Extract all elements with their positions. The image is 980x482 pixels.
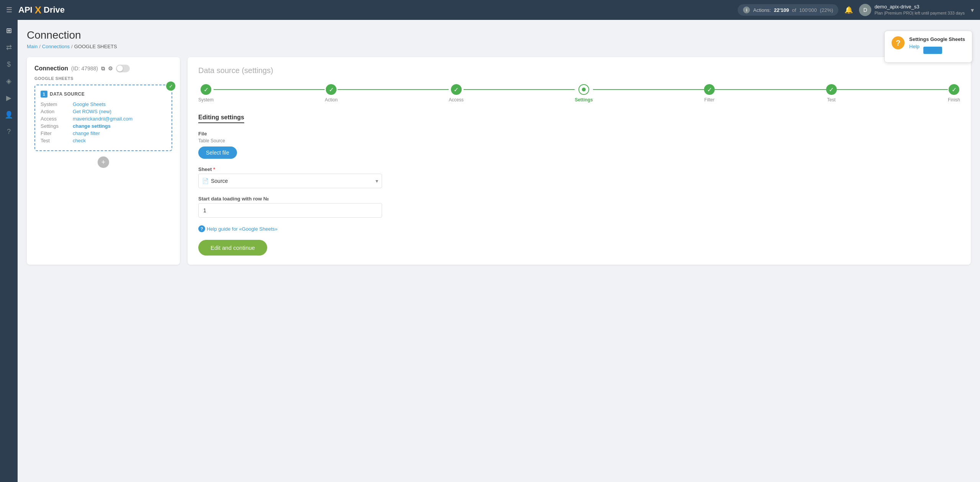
ds-system-label: System xyxy=(41,101,71,107)
user-plan: Plan |Premium PRO| left until payment 33… xyxy=(874,10,965,16)
actions-of-text: of xyxy=(792,7,796,13)
step-settings-label: Settings xyxy=(575,97,593,103)
ds-settings-label: Settings xyxy=(41,123,71,129)
left-panel: Connection (ID: 47988) ⧉ ⚙ GOOGLE SHEETS… xyxy=(27,57,180,265)
ds-row-test: Test check xyxy=(41,138,166,143)
ds-settings-value[interactable]: change settings xyxy=(73,123,166,129)
ds-test-value[interactable]: check xyxy=(73,138,166,143)
datasource-card: ✓ 1 DATA SOURCE System Google Sheets Act… xyxy=(34,85,172,151)
connection-header: Connection (ID: 47988) ⧉ ⚙ xyxy=(34,65,172,72)
datasource-number: 1 xyxy=(41,91,47,98)
ds-row-filter: Filter change filter xyxy=(41,130,166,136)
breadcrumb-main[interactable]: Main xyxy=(27,44,38,49)
bell-icon[interactable]: 🔔 xyxy=(844,6,853,14)
sidebar-item-account[interactable]: 👤 xyxy=(2,108,16,122)
logo-x-text: X xyxy=(35,4,41,16)
user-chevron-icon: ▾ xyxy=(971,7,974,14)
ds-access-value[interactable]: maverickandrii@gmail.com xyxy=(73,116,166,122)
step-settings-circle xyxy=(578,84,589,95)
ds-filter-label: Filter xyxy=(41,130,71,136)
ds-access-label: Access xyxy=(41,116,71,122)
step-finish: ✓ Finish xyxy=(948,84,960,103)
step-filter-label: Filter xyxy=(704,97,715,103)
datasource-label: DATA SOURCE xyxy=(50,91,85,97)
help-link-text: Help guide for «Google Sheets» xyxy=(207,226,278,232)
sidebar-item-tasks[interactable]: ◈ xyxy=(2,74,16,88)
page-title: Connection xyxy=(27,29,971,41)
sheet-field-group: Sheet * 📄 Source ▾ xyxy=(198,166,960,188)
row-field-group: Start data loading with row № xyxy=(198,196,960,218)
datasource-check-icon: ✓ xyxy=(166,81,175,91)
sidebar-item-connections[interactable]: ⇄ xyxy=(2,41,16,54)
step-action: ✓ Action xyxy=(325,84,337,103)
breadcrumb-sep1: / xyxy=(39,44,41,49)
sheet-select[interactable]: Source xyxy=(198,174,382,188)
sidebar-item-video[interactable]: ▶ xyxy=(2,91,16,105)
ds-system-value[interactable]: Google Sheets xyxy=(73,101,166,107)
help-guide-link[interactable]: ? Help guide for «Google Sheets» xyxy=(198,225,960,232)
breadcrumb-sep2: / xyxy=(71,44,73,49)
row-number-input[interactable] xyxy=(198,203,382,218)
actions-label: Actions: xyxy=(753,7,771,13)
datasource-heading-sub: (settings) xyxy=(242,66,273,75)
copy-icon[interactable]: ⧉ xyxy=(101,65,105,72)
connection-id: (ID: 47988) xyxy=(71,65,98,72)
step-finish-circle: ✓ xyxy=(949,84,959,95)
actions-count: 22'109 xyxy=(774,7,789,13)
content-grid: Connection (ID: 47988) ⧉ ⚙ GOOGLE SHEETS… xyxy=(27,57,971,265)
user-name: demo_apix-drive_s3 xyxy=(874,4,965,10)
sidebar-item-home[interactable]: ⊞ xyxy=(2,24,16,37)
logo-drive-text: Drive xyxy=(44,5,65,15)
step-test: ✓ Test xyxy=(826,84,837,103)
help-widget-help-link[interactable]: Help xyxy=(909,44,920,49)
main-content: Connection Main / Connections / GOOGLE S… xyxy=(18,20,980,482)
ds-row-settings: Settings change settings xyxy=(41,123,166,129)
step-connector-4 xyxy=(593,89,704,90)
file-field-sublabel: Table Source xyxy=(198,138,960,143)
help-widget-links: Help Video xyxy=(909,44,965,57)
ds-action-label: Action xyxy=(41,109,71,114)
help-widget-title: Settings Google Sheets xyxy=(909,36,965,42)
help-question-icon: ? xyxy=(892,36,905,49)
breadcrumb-current: GOOGLE SHEETS xyxy=(74,44,117,49)
step-action-label: Action xyxy=(325,97,337,103)
breadcrumb-connections[interactable]: Connections xyxy=(42,44,70,49)
help-widget-video-link[interactable]: Video xyxy=(923,47,942,54)
step-connector-5 xyxy=(715,89,826,90)
editing-settings-section: Editing settings File Table Source Selec… xyxy=(198,114,960,256)
user-area[interactable]: D demo_apix-drive_s3 Plan |Premium PRO| … xyxy=(859,4,974,16)
connection-label: Connection xyxy=(34,65,68,72)
add-button[interactable]: + xyxy=(98,156,109,168)
ds-row-system: System Google Sheets xyxy=(41,101,166,107)
step-access: ✓ Access xyxy=(449,84,464,103)
sidebar-item-help[interactable]: ? xyxy=(2,125,16,138)
file-field-label: File xyxy=(198,131,960,137)
help-widget: ? Settings Google Sheets Help Video xyxy=(884,31,972,63)
settings-icon[interactable]: ⚙ xyxy=(108,65,113,72)
step-test-label: Test xyxy=(827,97,836,103)
sidebar: ⊞ ⇄ $ ◈ ▶ 👤 ? xyxy=(0,20,18,482)
doc-icon: 📄 xyxy=(202,178,209,184)
select-file-button[interactable]: Select file xyxy=(198,147,237,159)
step-system: ✓ System xyxy=(198,84,214,103)
ds-filter-value[interactable]: change filter xyxy=(73,130,166,136)
actions-percent: (22%) xyxy=(820,7,833,13)
edit-continue-button[interactable]: Edit and continue xyxy=(198,240,267,256)
step-finish-label: Finish xyxy=(948,97,960,103)
sheet-select-wrapper: 📄 Source ▾ xyxy=(198,174,382,188)
step-access-circle: ✓ xyxy=(451,84,462,95)
steps-progress: ✓ System ✓ Action ✓ Access xyxy=(198,84,960,103)
ds-row-access: Access maverickandrii@gmail.com xyxy=(41,116,166,122)
ds-action-value[interactable]: Get ROWS (new) xyxy=(73,109,166,114)
step-connector-1 xyxy=(214,89,325,90)
actions-total: 100'000 xyxy=(799,7,817,13)
connection-toggle[interactable] xyxy=(116,65,130,72)
sidebar-item-billing[interactable]: $ xyxy=(2,57,16,71)
sheet-field-label: Sheet * xyxy=(198,166,960,172)
required-indicator: * xyxy=(213,166,215,172)
ds-test-label: Test xyxy=(41,138,71,143)
step-connector-3 xyxy=(464,89,575,90)
hamburger-icon[interactable]: ☰ xyxy=(6,6,12,14)
datasource-heading: Data source (settings) xyxy=(198,66,960,75)
step-connector-2 xyxy=(338,89,449,90)
